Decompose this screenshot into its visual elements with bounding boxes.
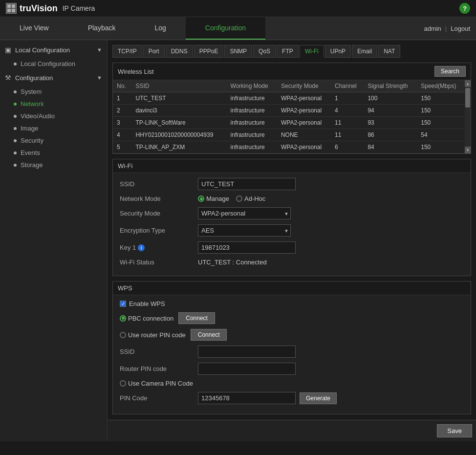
- pin-code-row: PIN Code Generate: [120, 392, 464, 404]
- svg-rect-1: [12, 4, 15, 8]
- cell-security: WPA2-personal: [277, 92, 331, 105]
- sidebar-item-local-configuration[interactable]: Local Configuration: [0, 58, 107, 70]
- ssid-input[interactable]: [198, 178, 296, 190]
- help-button[interactable]: ?: [459, 3, 470, 14]
- cell-mode: infrastructure: [227, 92, 277, 105]
- monitor-icon: ▣: [5, 46, 11, 54]
- table-row[interactable]: 3 TP-LINK_SoftWare infrastructure WPA2-p…: [113, 117, 465, 129]
- tab-snmp[interactable]: SNMP: [224, 45, 252, 58]
- table-row[interactable]: 4 HHY02100010200000004939 infrastructure…: [113, 129, 465, 141]
- nav-configuration[interactable]: Configuration: [186, 17, 265, 40]
- router-pin-row: Use router PIN code Connect: [120, 329, 464, 341]
- nav-logout[interactable]: Logout: [451, 25, 470, 32]
- enable-wps-row: Enable WPS: [120, 300, 464, 307]
- manage-radio-label[interactable]: Manage: [198, 195, 229, 202]
- scroll-up-arrow[interactable]: ▲: [465, 80, 471, 87]
- sidebar-config-header[interactable]: ⚒ Configuration ▼: [0, 70, 107, 86]
- pbc-connect-button[interactable]: Connect: [178, 312, 215, 324]
- col-no: No.: [113, 80, 132, 92]
- router-pin-label: Use router PIN code: [128, 331, 186, 339]
- cell-signal: 100: [364, 92, 417, 105]
- sidebar-item-storage[interactable]: Storage: [0, 159, 107, 171]
- security-mode-row: Security Mode WPA2-personal WPA-personal…: [120, 207, 464, 219]
- router-pin-connect-button[interactable]: Connect: [191, 329, 227, 341]
- sidebar-item-image-label: Image: [21, 125, 38, 132]
- tab-qos[interactable]: QoS: [253, 45, 276, 58]
- sidebar-item-events[interactable]: Events: [0, 147, 107, 159]
- cell-mode: infrastructure: [227, 117, 277, 129]
- wrench-icon: ⚒: [5, 74, 11, 82]
- svg-rect-0: [7, 4, 11, 8]
- sidebar-item-image[interactable]: Image: [0, 122, 107, 134]
- router-pin-radio[interactable]: [120, 332, 126, 338]
- enable-wps-checkbox[interactable]: [120, 301, 126, 307]
- adhoc-radio[interactable]: [236, 195, 242, 202]
- tab-ddns[interactable]: DDNS: [166, 45, 193, 58]
- generate-button[interactable]: Generate: [300, 392, 337, 404]
- wps-ssid-input[interactable]: [198, 346, 296, 358]
- enable-wps-text: Enable WPS: [129, 300, 165, 307]
- ssid-label: SSID: [120, 180, 198, 188]
- table-row[interactable]: 2 davinci3 infrastructure WPA2-personal …: [113, 105, 465, 117]
- cell-no: 2: [113, 105, 132, 117]
- wireless-list-panel: Wireless List Search No. SSID Working Mo…: [112, 63, 471, 154]
- search-button[interactable]: Search: [434, 66, 466, 77]
- table-row[interactable]: 5 TP-LINK_AP_ZXM infrastructure WPA2-per…: [113, 141, 465, 153]
- sidebar-config-collapse-icon[interactable]: ▼: [97, 75, 102, 81]
- nav-log[interactable]: Log: [135, 17, 185, 40]
- sidebar-item-security[interactable]: Security: [0, 134, 107, 147]
- camera-pin-radio[interactable]: [120, 380, 126, 387]
- key1-input[interactable]: [198, 241, 296, 254]
- sidebar-local-config-label: Local Configuration: [15, 46, 70, 54]
- tab-tcpip[interactable]: TCP/IP: [112, 45, 142, 58]
- enable-wps-label[interactable]: Enable WPS: [120, 300, 165, 307]
- nav-live-view[interactable]: Live View: [0, 17, 68, 40]
- tab-wifi[interactable]: Wi-Fi: [300, 45, 324, 58]
- router-pin-radio-label[interactable]: Use router PIN code: [120, 331, 186, 339]
- router-pin-code-row: Router PIN code: [120, 363, 464, 375]
- router-pin-code-input[interactable]: [198, 363, 296, 375]
- table-row[interactable]: 1 UTC_TEST infrastructure WPA2-personal …: [113, 92, 465, 105]
- adhoc-radio-label[interactable]: Ad-Hoc: [236, 195, 265, 202]
- sidebar-collapse-icon[interactable]: ▼: [97, 47, 102, 53]
- security-mode-select-wrapper: WPA2-personal WPA-personal None ▼: [198, 207, 291, 219]
- key1-info-icon[interactable]: i: [138, 244, 145, 251]
- key1-row: Key 1 i: [120, 241, 464, 254]
- wifi-status-label: Wi-Fi Status: [120, 259, 198, 266]
- sidebar-local-config-header[interactable]: ▣ Local Configuration ▼: [0, 42, 107, 58]
- wireless-table-wrapper: No. SSID Working Mode Security Mode Chan…: [113, 80, 471, 153]
- sidebar-item-system[interactable]: System: [0, 86, 107, 98]
- header: truVision IP Camera ?: [0, 0, 476, 17]
- nav-playback[interactable]: Playback: [68, 17, 135, 40]
- camera-pin-radio-label[interactable]: Use Camera PIN Code: [120, 380, 193, 387]
- cell-channel: 11: [331, 129, 364, 141]
- security-mode-select[interactable]: WPA2-personal WPA-personal None: [198, 207, 291, 219]
- sidebar-config-label: Configuration: [15, 74, 53, 82]
- save-button[interactable]: Save: [437, 424, 472, 437]
- pbc-radio-label[interactable]: PBC connection: [120, 315, 173, 322]
- tab-nat[interactable]: NAT: [378, 45, 400, 58]
- scroll-track: [465, 87, 471, 147]
- tab-email[interactable]: Email: [352, 45, 377, 58]
- tab-pppoe[interactable]: PPPoE: [194, 45, 224, 58]
- sidebar-item-network[interactable]: Network: [0, 98, 107, 110]
- pbc-radio[interactable]: [120, 315, 126, 322]
- sidebar-item-events-label: Events: [21, 149, 40, 156]
- tab-upnp[interactable]: UPnP: [325, 45, 351, 58]
- wireless-list-header: Wireless List Search: [113, 63, 471, 80]
- manage-radio[interactable]: [198, 195, 204, 202]
- router-pin-code-label: Router PIN code: [120, 365, 198, 372]
- pin-code-input[interactable]: [198, 392, 296, 404]
- sidebar-item-local-label: Local Configuration: [21, 60, 75, 67]
- scroll-down-arrow[interactable]: ▼: [465, 147, 471, 153]
- tab-port[interactable]: Port: [143, 45, 165, 58]
- sidebar-item-video-label: Video/Audio: [21, 112, 55, 120]
- tab-ftp[interactable]: FTP: [277, 45, 299, 58]
- cell-ssid: TP-LINK_AP_ZXM: [132, 141, 227, 153]
- encryption-type-select[interactable]: AES TKIP: [198, 224, 291, 237]
- main-layout: ▣ Local Configuration ▼ Local Configurat…: [0, 40, 476, 441]
- sidebar-item-video-audio[interactable]: Video/Audio: [0, 110, 107, 122]
- cell-speed: 150: [417, 105, 465, 117]
- scroll-thumb: [465, 88, 470, 108]
- scrollbar[interactable]: ▲ ▼: [465, 80, 471, 153]
